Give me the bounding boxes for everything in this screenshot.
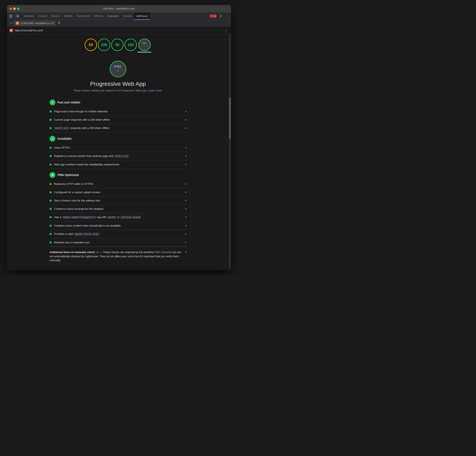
pwa-icon-large: PWA ✓ xyxy=(110,61,126,77)
performance-score[interactable]: 69 xyxy=(85,39,97,51)
tab-console[interactable]: Console xyxy=(36,12,49,20)
settings-button[interactable]: ⚙ xyxy=(218,13,223,19)
fast-reliable-header: ⚡ Fast and reliable xyxy=(50,96,186,107)
meta-viewport-code: <meta name="viewport"> xyxy=(62,216,96,219)
check-theme-color[interactable]: Sets a theme color for the address bar. … xyxy=(50,196,186,205)
url-text[interactable]: https://marshall-ku.com/ xyxy=(15,29,43,32)
chevron-icon: ▾ xyxy=(185,207,186,210)
check-current-page-offline[interactable]: Current page responds with a 200 when of… xyxy=(50,116,186,124)
check-pass-dot xyxy=(50,110,52,113)
pwa-optimized-header: ★ PWA Optimized xyxy=(50,169,186,180)
minimize-button[interactable] xyxy=(13,8,16,10)
accessibility-score[interactable]: 100 xyxy=(98,39,110,51)
additional-items-text: Additional items to manually check (3) —… xyxy=(50,250,182,262)
chevron-icon: ▾ xyxy=(185,241,186,244)
check-pass-dot xyxy=(50,225,52,227)
width-code: width xyxy=(107,216,116,219)
svg-rect-0 xyxy=(16,15,18,17)
check-pass-dot xyxy=(50,119,52,121)
check-meta-viewport[interactable]: Has a <meta name="viewport"> tag with wi… xyxy=(50,213,186,222)
scrollbar-thumb[interactable] xyxy=(229,97,231,139)
check-redirect-https[interactable]: Redirects HTTP traffic to HTTPS ▾ xyxy=(50,180,186,188)
check-apple-touch-icon[interactable]: Provides a valid apple-touch-icon ▾ xyxy=(50,230,186,238)
active-tab-indicator xyxy=(138,52,151,52)
tab-time: 11:44:51 AM - marshall-ku.co xyxy=(20,22,50,25)
tab-application[interactable]: Application xyxy=(105,12,121,20)
check-service-worker[interactable]: Registers a service worker that controls… xyxy=(50,152,186,160)
browser-tab[interactable]: M 11:44:51 AM - marshall-ku.co xyxy=(14,21,56,26)
more-options-button[interactable]: ⋮ xyxy=(224,13,230,19)
tab-close-icon[interactable] xyxy=(51,22,54,25)
device-toolbar-button[interactable] xyxy=(15,13,20,19)
error-badge: 🚫 1 xyxy=(210,15,217,18)
check-text: Contains some content when JavaScript is… xyxy=(54,224,183,227)
check-viewport-size[interactable]: Content is sized correctly for the viewp… xyxy=(50,205,186,213)
chevron-icon: ▾ xyxy=(185,118,186,121)
chevron-icon: ▾ xyxy=(185,110,186,113)
inspect-button[interactable] xyxy=(8,13,14,19)
devtools-toolbar: Elements Console Sources Network Perform… xyxy=(7,12,231,20)
url-favicon: M xyxy=(9,29,13,32)
tab-sources[interactable]: Sources xyxy=(49,12,62,20)
check-text: Sets a theme color for the address bar. xyxy=(54,199,183,202)
chevron-icon: ▾ xyxy=(185,155,186,158)
tab-elements[interactable]: Elements xyxy=(22,12,36,20)
traffic-lights xyxy=(9,8,19,10)
pwa-title: Progressive Web App xyxy=(7,81,229,87)
urlbar-more-button[interactable]: ⋮ xyxy=(225,28,229,33)
maximize-button[interactable] xyxy=(17,8,19,10)
url-bar: M https://marshall-ku.com/ ⋮ xyxy=(7,26,231,34)
check-pass-dot xyxy=(50,191,52,193)
check-text: start_url responds with a 200 when offli… xyxy=(54,127,183,130)
tab-security[interactable]: Security xyxy=(121,12,134,20)
devtools-tabs: Elements Console Sources Network Perform… xyxy=(22,12,210,20)
installable-title: Installable xyxy=(57,137,72,140)
learn-more-link[interactable]: Learn more xyxy=(148,89,162,92)
check-maskable-icon[interactable]: Manifest has a maskable icon ▾ xyxy=(50,238,186,247)
pwa-checklist-link[interactable]: PWA Checklist xyxy=(154,251,172,254)
check-pass-dot xyxy=(50,241,52,244)
tab-performance[interactable]: Performance xyxy=(75,12,93,20)
check-splash-screen[interactable]: Configured for a custom splash screen ▾ xyxy=(50,188,186,196)
start-url-code2: start_url xyxy=(114,155,129,158)
check-text: Configured for a custom splash screen xyxy=(54,191,183,194)
pwa-optimized-title: PWA Optimized xyxy=(57,173,79,177)
scrollbar[interactable] xyxy=(229,34,231,270)
reload-icon xyxy=(57,21,61,25)
chevron-icon: ▾ xyxy=(185,183,186,186)
browser-tabbar: + M 11:44:51 AM - marshall-ku.co xyxy=(7,20,231,26)
additional-chevron-icon[interactable]: ▾ xyxy=(185,251,186,253)
check-pass-dot xyxy=(50,164,52,166)
window-title: DevTools - marshall-ku.com/ xyxy=(103,7,135,10)
tab-network[interactable]: Network xyxy=(62,12,75,20)
chevron-icon: ▾ xyxy=(185,191,186,194)
devtools-window: DevTools - marshall-ku.com/ Elements Con… xyxy=(7,5,231,270)
best-practices-score[interactable]: 92 xyxy=(111,39,124,51)
tab-lighthouse[interactable]: Lighthouse xyxy=(134,12,150,20)
check-pass-dot xyxy=(50,147,52,149)
pwa-optimized-icon: ★ xyxy=(50,172,55,178)
check-page-load[interactable]: Page load is fast enough on mobile netwo… xyxy=(50,107,186,116)
apple-touch-icon-code: apple-touch-icon xyxy=(74,233,99,236)
close-button[interactable] xyxy=(9,8,12,10)
seo-score[interactable]: 100 xyxy=(124,39,137,51)
check-start-url-offline[interactable]: start_url responds with a 200 when offli… xyxy=(50,124,186,132)
check-text: Has a <meta name="viewport"> tag with wi… xyxy=(54,216,183,219)
check-pass-dot xyxy=(50,216,52,218)
additional-items-count: (3) xyxy=(95,251,99,254)
svg-rect-1 xyxy=(18,15,19,17)
check-manifest[interactable]: Web app manifest meets the installabilit… xyxy=(50,160,186,169)
check-pass-dot xyxy=(50,183,52,185)
check-https[interactable]: Uses HTTPS ▾ xyxy=(50,144,186,152)
installable-header: + Installable xyxy=(50,132,186,144)
check-text: Registers a service worker that controls… xyxy=(54,154,183,158)
new-tab-button[interactable]: + xyxy=(9,21,14,26)
chevron-icon: ▾ xyxy=(185,199,186,202)
tab-memory[interactable]: Memory xyxy=(93,12,105,20)
check-no-js-content[interactable]: Contains some content when JavaScript is… xyxy=(50,222,186,230)
check-pass-dot xyxy=(50,155,52,157)
pwa-score[interactable]: PWA ✓ xyxy=(138,39,151,51)
chevron-icon: ▾ xyxy=(185,146,186,149)
pwa-subtitle: These checks validate the aspects of a P… xyxy=(7,89,229,92)
fast-reliable-icon: ⚡ xyxy=(50,100,55,105)
